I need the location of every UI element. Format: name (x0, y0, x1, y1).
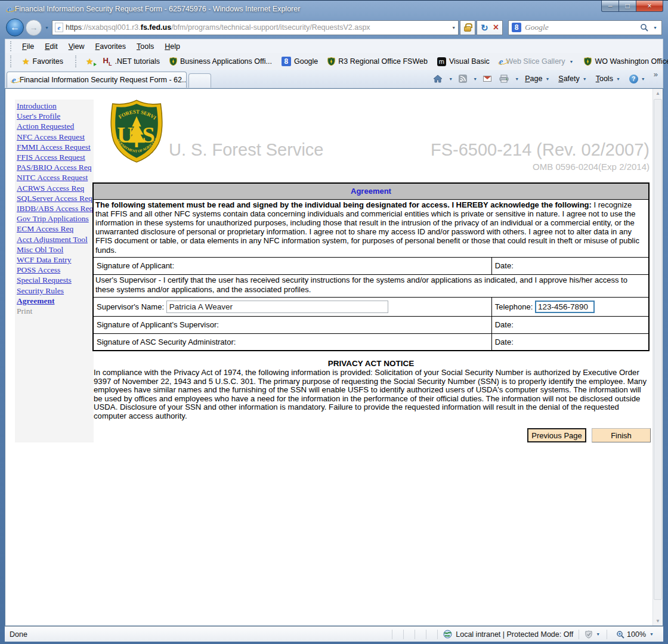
sidebar-link-action-requested[interactable]: Action Requested (17, 121, 94, 131)
minimize-button[interactable]: – (601, 1, 619, 12)
close-button[interactable]: × (636, 1, 663, 12)
zoom-dropdown-icon[interactable]: ▼ (648, 632, 655, 636)
zoom-icon (616, 630, 624, 639)
previous-page-button[interactable]: Previous Page (527, 428, 586, 442)
url-text: https://sxabqsql001.r3.fs.fed.us/bfm/pro… (66, 23, 370, 32)
ie-logo-icon: e (7, 5, 11, 14)
favorite-item-business-applications[interactable]: Business Applications Offi... (166, 56, 276, 67)
chevron-down-icon: ▼ (615, 77, 621, 81)
sidebar-link-ffis-access[interactable]: FFIS Access Request (17, 152, 94, 162)
feeds-dropdown-icon[interactable]: ▼ (472, 77, 478, 81)
favorite-item-google[interactable]: 8 Google (278, 55, 321, 67)
menu-help[interactable]: Help (159, 41, 185, 52)
sidebar-link-gov-trip[interactable]: Gov Trip Applications (17, 213, 94, 224)
sidebar-link-sqlserver-access[interactable]: SQLServer Access Req (17, 193, 94, 203)
restore-button[interactable]: □ (618, 1, 636, 12)
sidebar-link-introduction[interactable]: Introduction (17, 101, 94, 111)
vertical-scrollbar[interactable]: ▲ ▼ (652, 89, 663, 626)
home-button[interactable] (430, 73, 446, 85)
search-box[interactable]: 8 Google ▼ (508, 20, 662, 35)
command-bar: ▼ ▼ ▼ Page ▼ Safety ▼ Tools ▼ (430, 70, 661, 88)
sidebar-nav: Introduction User's Profile Action Reque… (15, 100, 94, 442)
help-icon: ? (629, 75, 638, 83)
date-label: Date: (491, 333, 649, 351)
sidebar-link-ibdb-abs-access[interactable]: IBDB/ABS Access Req (17, 203, 94, 213)
menu-file[interactable]: File (17, 41, 39, 52)
supervisor-name-field[interactable] (166, 301, 388, 313)
telephone-cell: Telephone: (491, 297, 649, 316)
home-icon (433, 75, 443, 83)
address-dropdown-icon[interactable]: ▼ (451, 26, 456, 30)
status-bar: Done Local intranet | Protected Mode: Of… (5, 626, 663, 642)
sidebar-link-misc-obl[interactable]: Misc Obl Tool (17, 244, 94, 255)
tab-active[interactable]: e Financial Information Security Request… (7, 72, 187, 88)
refresh-button[interactable]: ↻ (481, 23, 488, 32)
omb-number: OMB 0596-0204(Exp 2/2014) (533, 162, 650, 172)
help-button[interactable]: ? ▼ (626, 73, 650, 85)
tools-menu-button[interactable]: Tools ▼ (593, 73, 624, 85)
date-label: Date: (491, 257, 649, 274)
sidebar-link-wcf-data-entry[interactable]: WCF Data Entry (17, 255, 94, 265)
menu-favorites[interactable]: Favorites (90, 41, 131, 52)
browser-window: e Financial Information Security Request… (0, 0, 668, 644)
sidebar-link-security-rules[interactable]: Security Rules (17, 286, 94, 296)
sidebar-link-fmmi-access[interactable]: FMMI Access Request (17, 142, 94, 152)
sidebar-link-agreement-current[interactable]: Agreement (17, 296, 94, 306)
date-label: Date: (491, 316, 649, 333)
privacy-act-body: In compliance with the Privacy Act of 19… (94, 369, 648, 421)
telephone-field[interactable] (535, 301, 595, 313)
safety-menu-button[interactable]: Safety ▼ (555, 73, 590, 85)
search-icon[interactable] (640, 23, 648, 32)
favorites-button[interactable]: ★ Favorites (17, 55, 68, 67)
sidebar-link-poss-access[interactable]: POSS Access (17, 265, 94, 275)
toolbar-grip (75, 55, 76, 67)
star-icon: ★ (22, 57, 30, 66)
sidebar-link-acrws-access[interactable]: ACRWS Access Req (17, 183, 94, 193)
scroll-down-icon[interactable]: ▼ (653, 618, 663, 624)
read-mail-button[interactable] (480, 74, 494, 83)
command-overflow-chevron[interactable]: » (651, 70, 660, 79)
signature-applicant-label: Signature of Applicant: (93, 257, 491, 274)
google-favicon: 8 (282, 57, 291, 66)
forward-button[interactable]: → (26, 20, 42, 36)
home-dropdown-icon[interactable]: ▼ (447, 77, 454, 81)
address-bar[interactable]: e https://sxabqsql001.r3.fs.fed.us/bfm/p… (52, 20, 459, 35)
sidebar-link-nfc-access[interactable]: NFC Access Request (17, 132, 94, 142)
window-controls: – □ × (602, 1, 663, 12)
menu-view[interactable]: View (63, 41, 90, 52)
history-dropdown-icon[interactable]: ▼ (44, 26, 50, 30)
menu-edit[interactable]: Edit (39, 41, 63, 52)
sidebar-link-special-requests[interactable]: Special Requests (17, 275, 94, 285)
favorite-item-visual-basic[interactable]: m Visual Basic (434, 56, 493, 67)
scroll-up-icon[interactable]: ▲ (653, 91, 663, 96)
google-favicon: 8 (512, 23, 521, 32)
intranet-globe-icon (443, 630, 452, 639)
favorite-item-net-tutorials[interactable]: HL .NET tutorials (100, 55, 163, 68)
favorite-item-r3-regional[interactable]: R3 Regional Office FSWeb (324, 56, 431, 67)
search-input[interactable]: Google (525, 23, 549, 32)
print-dropdown-icon[interactable]: ▼ (514, 77, 520, 81)
zoom-control[interactable]: 100% ▼ (613, 630, 658, 639)
search-dropdown-icon[interactable]: ▼ (652, 26, 658, 30)
sidebar-link-users-profile[interactable]: User's Profile (17, 111, 94, 121)
print-button[interactable] (496, 73, 512, 85)
sidebar-link-pas-brio-access[interactable]: PAS/BRIO Access Req (17, 162, 94, 172)
forest-service-shield-icon (169, 57, 177, 66)
sidebar-link-ecm-access[interactable]: ECM Access Req (17, 224, 94, 234)
supervisor-name-label: Supervisor's Name: (97, 302, 164, 311)
stop-button[interactable]: × (493, 23, 499, 32)
scrollbar-thumb[interactable] (654, 99, 662, 600)
signature-asc-label: Signature of ASC Security Administrator: (93, 333, 491, 351)
new-tab-button[interactable] (188, 73, 211, 88)
feeds-button[interactable] (456, 73, 470, 85)
back-button[interactable]: ← (6, 18, 24, 36)
sidebar-link-acct-adjustment[interactable]: Acct Adjustment Tool (17, 234, 94, 244)
page-privacy-control[interactable]: ▼ (584, 630, 601, 639)
menu-tools[interactable]: Tools (131, 41, 159, 52)
favorite-item-wo-washington[interactable]: WO Washington Office FS... (580, 56, 668, 67)
page-menu-button[interactable]: Page ▼ (522, 73, 553, 85)
favorite-item-web-slice-gallery[interactable]: e Web Slice Gallery ▼ (496, 56, 579, 67)
sidebar-link-nitc-access[interactable]: NITC Access Request (17, 172, 94, 182)
add-favorite-button[interactable]: ★ (82, 55, 97, 67)
finish-button[interactable]: Finish (592, 428, 651, 442)
